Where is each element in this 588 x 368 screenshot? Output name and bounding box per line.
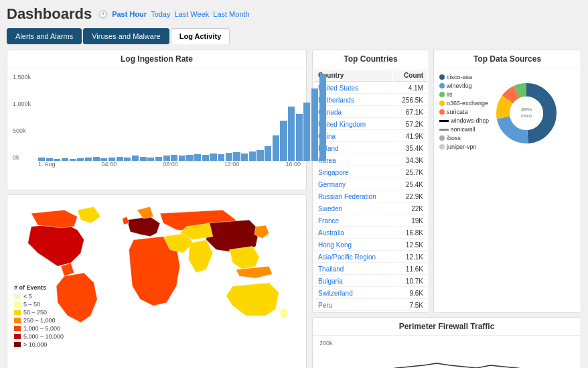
table-row: Thailand11.6K bbox=[314, 264, 427, 275]
legend-color-6 bbox=[14, 334, 21, 339]
legend-color-dot bbox=[439, 74, 445, 80]
table-row: Canada67.1K bbox=[314, 107, 427, 118]
log-ingestion-chart: 1,500k 1,000k 500k 0k 1. Aug 04:00 08:00… bbox=[7, 68, 306, 182]
time-past-hour[interactable]: Past Hour bbox=[112, 10, 147, 18]
table-row: Switzerland9.6K bbox=[314, 288, 427, 299]
left-column: Log Ingestion Rate 1,500k 1,000k 500k 0k… bbox=[7, 50, 307, 368]
tab-bar: Alerts and Alarms Viruses and Malware Lo… bbox=[0, 25, 588, 47]
bar bbox=[226, 153, 232, 161]
table-row: Bulgaria10.7K bbox=[314, 276, 427, 287]
country-name[interactable]: Australia bbox=[314, 228, 392, 239]
time-last-week[interactable]: Last Week bbox=[174, 10, 209, 18]
data-source-label: iis bbox=[447, 91, 453, 98]
log-ingestion-panel: Log Ingestion Rate 1,500k 1,000k 500k 0k… bbox=[7, 50, 307, 190]
bar bbox=[233, 152, 240, 161]
log-ingestion-title: Log Ingestion Rate bbox=[7, 50, 306, 68]
table-row: United States4.1M bbox=[314, 83, 427, 94]
data-sources-panel: Top Data Sources cisco-asawinevtlogiiso3… bbox=[433, 50, 581, 313]
header: Dashboards 🕐 Past Hour Today Last Week L… bbox=[0, 0, 588, 25]
bar bbox=[241, 154, 248, 161]
table-row: United Kingdom57.2K bbox=[314, 119, 427, 130]
bar bbox=[210, 154, 216, 161]
countries-title: Top Countries bbox=[313, 50, 429, 68]
legend-color-dot bbox=[439, 109, 445, 115]
time-last-month[interactable]: Last Month bbox=[213, 10, 249, 18]
data-source-legend-item: windows-dhcp bbox=[439, 117, 489, 124]
country-count: 4.1M bbox=[393, 83, 427, 94]
country-name[interactable]: Switzerland bbox=[314, 288, 392, 299]
page-title: Dashboards bbox=[7, 5, 92, 23]
legend-item-2: 5 – 50 bbox=[14, 301, 64, 308]
country-name[interactable]: Peru bbox=[314, 300, 392, 311]
firewall-title: Perimeter Firewall Traffic bbox=[313, 318, 581, 336]
table-row: Netherlands256.5K bbox=[314, 95, 427, 106]
data-sources-legend: cisco-asawinevtlogiiso365-exchangesurica… bbox=[439, 74, 489, 152]
country-name[interactable]: Germany bbox=[314, 180, 392, 190]
country-count: 34.3K bbox=[393, 156, 427, 166]
countries-table: Country Count United States4.1MNetherlan… bbox=[313, 68, 429, 312]
legend-color-7 bbox=[14, 342, 21, 347]
country-count: 12.1K bbox=[393, 252, 427, 263]
legend-color-4 bbox=[14, 318, 21, 323]
table-row: China41.9K bbox=[314, 131, 427, 142]
country-name[interactable]: Russian Federation bbox=[314, 192, 392, 202]
country-name[interactable]: Hong Kong bbox=[314, 240, 392, 251]
bar bbox=[132, 156, 139, 161]
bar bbox=[163, 156, 170, 161]
tab-log-activity[interactable]: Log Activity bbox=[171, 28, 230, 44]
bar bbox=[194, 154, 201, 161]
legend-color-line bbox=[439, 120, 449, 122]
data-source-legend-item: juniper-vpn bbox=[439, 143, 489, 150]
main-content: Log Ingestion Rate 1,500k 1,000k 500k 0k… bbox=[0, 47, 588, 368]
data-source-legend-item: cisco-asa bbox=[439, 74, 489, 80]
table-row: Ireland35.4K bbox=[314, 143, 427, 154]
table-row: Singapore25.7K bbox=[314, 168, 427, 178]
country-name[interactable]: Thailand bbox=[314, 264, 392, 275]
countries-panel: Top Countries Country Count United State… bbox=[312, 50, 429, 313]
legend-color-3 bbox=[14, 310, 21, 315]
tab-viruses[interactable]: Viruses and Malware bbox=[83, 28, 169, 44]
legend-color-dot bbox=[439, 135, 445, 141]
clock-icon: 🕐 bbox=[98, 10, 108, 19]
bar bbox=[273, 135, 279, 161]
data-source-legend-item: winevtlog bbox=[439, 82, 489, 89]
legend-color-1 bbox=[14, 294, 21, 299]
country-name[interactable]: Sweden bbox=[314, 204, 392, 214]
tab-alerts[interactable]: Alerts and Alarms bbox=[7, 28, 82, 44]
data-source-label: o365-exchange bbox=[447, 100, 488, 107]
country-count: 10.7K bbox=[393, 276, 427, 287]
svg-text:49%: 49% bbox=[521, 107, 532, 113]
world-map-panel: # of Events < 5 5 – 50 50 – 250 bbox=[7, 194, 307, 368]
legend-item-1: < 5 bbox=[14, 293, 64, 300]
country-name[interactable]: Asia/Pacific Region bbox=[314, 252, 392, 263]
data-source-label: juniper-vpn bbox=[447, 143, 477, 150]
table-row: Asia/Pacific Region12.1K bbox=[314, 252, 427, 263]
bar bbox=[265, 146, 271, 161]
legend-color-5 bbox=[14, 326, 21, 331]
country-count: 67.1K bbox=[393, 107, 427, 118]
firewall-chart: 200k 0k 1. Aug 12:00 bbox=[313, 336, 581, 368]
fw-line-chart bbox=[340, 340, 574, 368]
firewall-panel: Perimeter Firewall Traffic 200k 0k 1. Au… bbox=[312, 317, 581, 368]
table-row: Korea34.3K bbox=[314, 156, 427, 166]
data-source-label: suricata bbox=[447, 109, 468, 115]
country-name[interactable]: Singapore bbox=[314, 168, 392, 178]
legend-color-dot bbox=[439, 83, 445, 88]
right-column: Top Countries Country Count United State… bbox=[312, 50, 581, 368]
country-count: 256.5K bbox=[393, 95, 427, 106]
time-filter: 🕐 Past Hour Today Last Week Last Month bbox=[98, 10, 250, 19]
legend-item-5: 1,000 – 5,000 bbox=[14, 325, 64, 332]
country-count: 11.6K bbox=[393, 264, 427, 275]
bar bbox=[296, 114, 303, 161]
country-count: 25.7K bbox=[393, 168, 427, 178]
data-source-legend-item: suricata bbox=[439, 109, 489, 115]
country-name[interactable]: France bbox=[314, 216, 392, 227]
time-today[interactable]: Today bbox=[151, 10, 170, 18]
country-count: 35.4K bbox=[393, 143, 427, 154]
x-axis: 1. Aug 04:00 08:00 12:00 16:00 bbox=[38, 161, 301, 168]
country-count: 16.8K bbox=[393, 228, 427, 239]
country-count: 7.5K bbox=[393, 300, 427, 311]
country-name[interactable]: Bulgaria bbox=[314, 276, 392, 287]
bar bbox=[256, 150, 263, 161]
country-count: 22.9K bbox=[393, 192, 427, 202]
